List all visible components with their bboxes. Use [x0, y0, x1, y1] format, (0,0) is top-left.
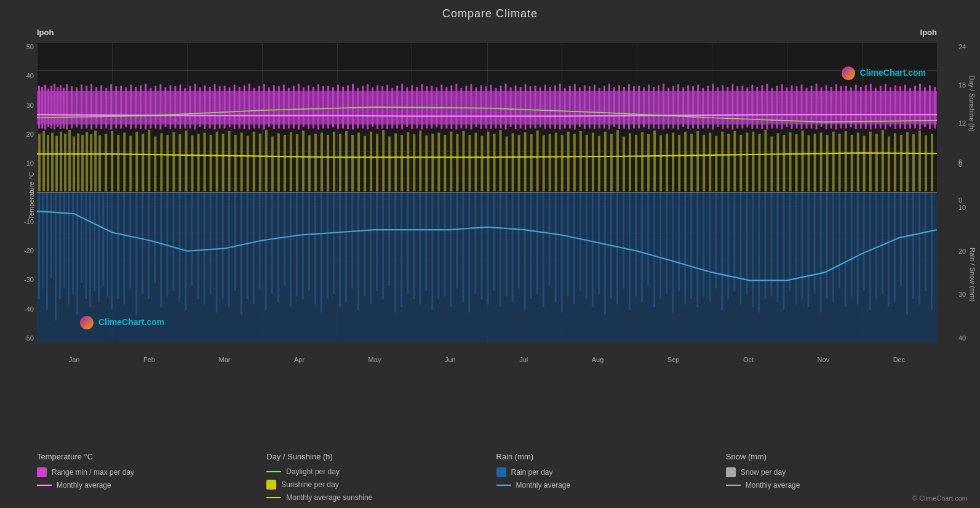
svg-rect-310 [60, 85, 62, 129]
svg-rect-177 [166, 135, 169, 192]
svg-rect-352 [263, 84, 265, 130]
svg-rect-473 [860, 87, 862, 129]
svg-rect-454 [766, 84, 768, 129]
svg-rect-337 [189, 86, 191, 128]
logo-icon-top [842, 67, 855, 80]
svg-rect-3 [46, 193, 48, 310]
legend-item-snow-avg: Monthly average [726, 481, 955, 490]
svg-rect-90 [555, 193, 557, 302]
svg-rect-289 [857, 133, 859, 192]
svg-rect-366 [332, 87, 334, 127]
svg-rect-139 [857, 193, 859, 305]
svg-rect-342 [214, 84, 216, 130]
svg-rect-146 [900, 193, 902, 286]
svg-rect-359 [298, 84, 300, 129]
svg-rect-268 [727, 134, 730, 192]
svg-rect-424 [618, 85, 620, 129]
legend: Temperature °C Range min / max per day M… [37, 452, 955, 502]
svg-rect-362 [313, 87, 314, 129]
svg-rect-400 [500, 86, 502, 128]
svg-rect-255 [647, 134, 650, 192]
svg-rect-40 [247, 193, 249, 299]
svg-rect-403 [515, 85, 517, 129]
svg-rect-213 [388, 137, 391, 192]
svg-rect-60 [370, 193, 372, 305]
svg-rect-250 [616, 130, 619, 192]
logo-top-right: ClimeChart.com [842, 67, 926, 80]
svg-rect-429 [643, 87, 645, 127]
legend-group-rain-title: Rain (mm) [496, 452, 726, 461]
svg-rect-222 [444, 135, 446, 192]
svg-rect-410 [549, 87, 551, 129]
svg-rect-36 [222, 193, 224, 299]
svg-rect-428 [638, 86, 640, 128]
svg-rect-349 [249, 84, 250, 129]
svg-rect-106 [653, 193, 655, 307]
svg-rect-128 [789, 193, 791, 291]
svg-rect-195 [277, 133, 280, 191]
svg-rect-336 [184, 88, 186, 129]
svg-rect-304 [41, 87, 43, 129]
svg-rect-71 [437, 193, 439, 299]
svg-rect-219 [425, 135, 428, 192]
legend-group-sunshine-title: Day / Sunshine (h) [266, 452, 496, 461]
svg-rect-436 [677, 84, 679, 130]
svg-rect-19 [117, 193, 119, 299]
svg-rect-426 [628, 84, 630, 130]
svg-rect-325 [130, 85, 132, 129]
svg-rect-218 [419, 131, 421, 192]
svg-rect-137 [845, 193, 847, 307]
svg-rect-229 [487, 132, 490, 192]
svg-rect-38 [234, 193, 236, 291]
svg-rect-413 [564, 88, 566, 129]
svg-rect-209 [364, 136, 366, 192]
svg-rect-401 [505, 84, 507, 129]
svg-rect-100 [616, 193, 618, 305]
svg-rect-162 [81, 135, 84, 192]
svg-rect-242 [567, 132, 570, 192]
svg-rect-390 [450, 85, 452, 129]
svg-rect-267 [721, 132, 723, 192]
svg-rect-425 [623, 87, 625, 129]
svg-rect-293 [882, 130, 884, 192]
svg-rect-22 [135, 193, 137, 315]
legend-item-sunshine-avg: Monthly average sunshine [266, 493, 496, 502]
svg-rect-241 [561, 135, 564, 192]
svg-rect-25 [154, 193, 156, 283]
svg-rect-252 [629, 133, 631, 191]
svg-rect-181 [191, 135, 194, 192]
svg-rect-15 [98, 193, 100, 302]
svg-rect-318 [95, 87, 97, 129]
svg-rect-157 [60, 132, 62, 192]
location-left: Ipoh [37, 28, 54, 37]
svg-rect-57 [351, 193, 353, 289]
svg-rect-335 [179, 85, 181, 129]
svg-rect-224 [456, 134, 458, 192]
svg-rect-330 [154, 86, 156, 128]
svg-rect-355 [278, 86, 280, 128]
svg-rect-282 [814, 134, 816, 192]
svg-rect-433 [663, 84, 664, 129]
svg-rect-14 [94, 193, 95, 291]
svg-rect-300 [925, 135, 927, 192]
svg-rect-340 [204, 85, 206, 129]
svg-rect-417 [584, 85, 586, 129]
svg-rect-155 [51, 133, 54, 192]
svg-rect-154 [47, 135, 49, 192]
svg-rect-95 [586, 193, 588, 299]
legend-swatch-snow [726, 467, 736, 477]
svg-rect-233 [512, 133, 514, 191]
svg-rect-199 [302, 131, 305, 192]
svg-rect-187 [228, 131, 231, 192]
svg-rect-76 [468, 193, 470, 313]
svg-rect-263 [696, 131, 699, 192]
svg-rect-69 [425, 193, 427, 291]
svg-rect-472 [855, 85, 857, 129]
svg-rect-407 [535, 86, 536, 128]
location-right: Ipoh [920, 28, 937, 37]
svg-rect-161 [77, 133, 79, 191]
svg-rect-314 [76, 87, 78, 127]
svg-rect-348 [244, 85, 245, 129]
svg-rect-396 [480, 85, 482, 129]
svg-rect-220 [431, 134, 434, 192]
